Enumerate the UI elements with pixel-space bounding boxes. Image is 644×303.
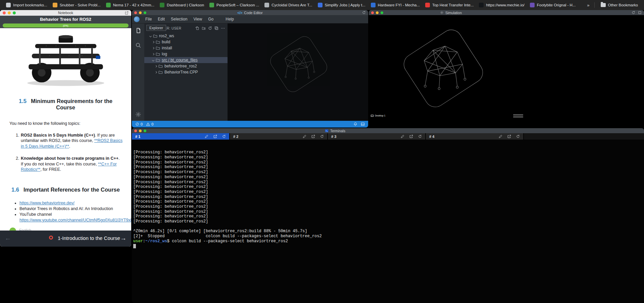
menu-file[interactable]: File xyxy=(142,17,155,21)
fullscreen-icon[interactable] xyxy=(638,11,642,14)
menu-selection[interactable]: Selection xyxy=(168,17,190,21)
minimize-button[interactable] xyxy=(8,11,11,14)
bookmark-item[interactable]: Snubber - Solve Probl... xyxy=(50,2,103,8)
explorer-icon[interactable] xyxy=(135,28,141,34)
terminal-tab-label: # 2 xyxy=(233,135,238,139)
bookmark-label: Cycloidal Drives Are T... xyxy=(271,3,312,7)
terminal-tab[interactable]: # 3 xyxy=(328,133,426,140)
zoom-button[interactable] xyxy=(144,130,146,132)
tree-item-install[interactable]: install xyxy=(144,45,228,51)
gear-icon[interactable] xyxy=(135,111,141,117)
zoom-button[interactable] xyxy=(144,11,146,14)
minimize-button[interactable] xyxy=(139,130,142,132)
bookmark-favicon xyxy=(53,3,57,7)
open-external-icon[interactable] xyxy=(213,135,217,138)
errors-icon xyxy=(135,122,139,126)
menu-help[interactable]: Help xyxy=(222,17,237,21)
open-external-icon[interactable] xyxy=(507,135,511,138)
tree-item-build[interactable]: build xyxy=(144,39,228,45)
edit-icon[interactable] xyxy=(205,135,208,138)
collapse-all-icon[interactable] xyxy=(214,26,218,30)
terminal-tab[interactable]: # 4 xyxy=(426,133,524,140)
tree-item-behaviortree-ros2[interactable]: behaviortree_ros2 xyxy=(144,63,228,69)
more-actions-icon[interactable]: ⋯ xyxy=(221,27,225,30)
simulation-viewport[interactable]: Desktop 1 xyxy=(369,15,644,128)
edit-icon[interactable] xyxy=(401,135,404,138)
tree-item-log[interactable]: log xyxy=(144,51,228,57)
edit-icon[interactable] xyxy=(499,135,502,138)
close-button[interactable] xyxy=(3,11,6,14)
notebook-footer: ← 1-Introduction to the Course → xyxy=(0,231,131,247)
bookmark-favicon xyxy=(530,3,535,7)
refresh-icon[interactable] xyxy=(632,11,635,14)
bookmark-item[interactable]: Top Heat Transfer Inte... xyxy=(423,2,476,8)
tree-item-ros2-ws[interactable]: ros2_ws xyxy=(144,33,228,39)
restart-icon[interactable] xyxy=(222,135,226,138)
bookmark-item[interactable]: Nema 17 - 42 x 42mm... xyxy=(103,2,157,8)
menu-go[interactable]: Go xyxy=(205,17,216,21)
previous-unit-button[interactable]: ← xyxy=(5,235,11,242)
minimize-button[interactable] xyxy=(139,11,142,14)
tree-item-src-bt-course-files[interactable]: src / bt_course_files xyxy=(144,57,228,63)
menu-edit[interactable]: Edit xyxy=(155,17,168,21)
other-bookmarks-button[interactable]: Other Bookmarks xyxy=(598,2,641,8)
window-title: Notebook xyxy=(0,11,131,15)
prompt-separator: : xyxy=(143,239,145,244)
zoom-button[interactable] xyxy=(381,11,383,14)
open-in-new-window-icon[interactable] xyxy=(125,11,129,15)
close-button[interactable] xyxy=(371,11,374,14)
tree-item-behaviortree-cpp[interactable]: BehaviorTree.CPP xyxy=(144,69,228,75)
bookmark-item[interactable]: Footybite Orignal - H... xyxy=(527,2,579,8)
restart-icon[interactable] xyxy=(418,135,422,138)
tree-item-label: BehaviorTree.CPP xyxy=(164,70,198,74)
bookmark-item[interactable]: https://www.mechie.io/ xyxy=(476,2,527,8)
bookmark-item[interactable]: PeopleSoft – Clarkson ... xyxy=(207,2,262,8)
notebook-content[interactable]: 1.5Minimum Requirements for the Course Y… xyxy=(0,28,131,231)
section-heading-1-6: 1.6Important References for the Course xyxy=(0,187,131,193)
bookmark-favicon xyxy=(479,3,484,7)
bookmark-item[interactable]: Import bookmarks... xyxy=(3,2,50,8)
terminal-cursor xyxy=(133,244,136,248)
editor-menubar: File Edit Selection View Go Help xyxy=(132,15,368,23)
record-indicator-icon xyxy=(49,236,53,240)
terminal-tab[interactable]: # 2 xyxy=(230,133,328,140)
search-icon[interactable] xyxy=(135,42,141,48)
terminal-line: [Processing: behaviortree_ros2] xyxy=(133,170,643,175)
new-folder-icon[interactable] xyxy=(202,26,206,30)
notifications-bell-icon[interactable] xyxy=(353,122,357,126)
refresh-icon[interactable] xyxy=(362,11,366,14)
open-external-icon[interactable] xyxy=(409,135,413,138)
close-button[interactable] xyxy=(134,130,137,132)
bookmark-label: Nema 17 - 42 x 42mm... xyxy=(113,3,154,7)
close-button[interactable] xyxy=(134,11,137,14)
refresh-explorer-icon[interactable] xyxy=(208,26,212,30)
edit-icon[interactable] xyxy=(303,135,306,138)
bookmark-label: Top Heat Transfer Inte... xyxy=(432,3,474,7)
reference-link[interactable]: https://www.behaviortree.dev/ xyxy=(19,201,75,205)
open-external-icon[interactable] xyxy=(311,135,315,138)
next-unit-button[interactable]: → xyxy=(120,235,127,242)
terminal-body[interactable]: [Processing: behaviortree_ros2][Processi… xyxy=(132,140,644,303)
terminal-tab[interactable]: # 1 xyxy=(132,133,230,140)
bookmark-item[interactable]: Cycloidal Drives Are T... xyxy=(262,2,315,8)
bookmark-item[interactable]: Simplify Jobs | Apply t... xyxy=(315,2,368,8)
zoom-button[interactable] xyxy=(13,11,16,14)
tree-item-label: build xyxy=(162,40,170,44)
terminal-tabs: # 1# 2# 3# 4 xyxy=(132,133,644,140)
restart-icon[interactable] xyxy=(516,135,520,138)
prompt-symbol: $ xyxy=(167,239,172,244)
bookmark-favicon xyxy=(209,3,214,7)
bookmarks-overflow-button[interactable]: » xyxy=(586,3,591,8)
bookmark-item[interactable]: Hardware FYI - Mecha... xyxy=(368,2,423,8)
reference-link[interactable]: https://www.youtube.com/channel/UCtmNf5g… xyxy=(19,218,131,222)
terminal-line: [Processing: behaviortree_ros2] xyxy=(133,155,643,160)
new-file-icon[interactable] xyxy=(195,26,199,30)
bookmark-label: https://www.mechie.io/ xyxy=(486,3,524,7)
panel-layout-icon[interactable] xyxy=(361,122,365,126)
restart-icon[interactable] xyxy=(320,135,324,138)
minimize-button[interactable] xyxy=(376,11,379,14)
bookmark-item[interactable]: Dashboard | Clarkson xyxy=(157,2,207,8)
menu-view[interactable]: View xyxy=(190,17,205,21)
editor-empty-area[interactable] xyxy=(228,23,368,121)
code-editor-titlebar: </>Code Editor xyxy=(132,10,368,15)
